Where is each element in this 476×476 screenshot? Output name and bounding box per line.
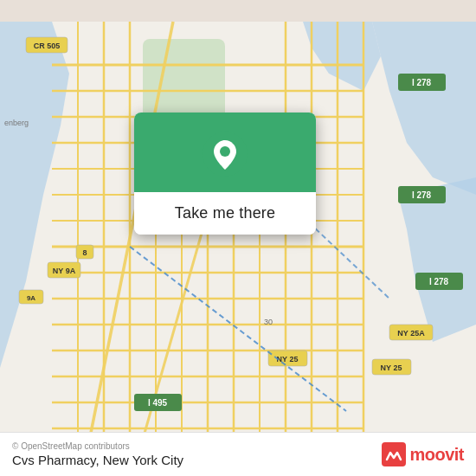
svg-text:NY 9A: NY 9A xyxy=(53,267,76,275)
svg-text:CR 505: CR 505 xyxy=(34,42,61,50)
svg-text:I 278: I 278 xyxy=(412,78,432,87)
location-card: Take me there xyxy=(134,113,316,235)
svg-text:I 495: I 495 xyxy=(148,398,168,408)
svg-text:30: 30 xyxy=(264,318,273,326)
bottom-bar: © OpenStreetMap contributors Cvs Pharmac… xyxy=(0,432,476,476)
svg-text:9A: 9A xyxy=(27,294,35,302)
svg-text:I 278: I 278 xyxy=(429,277,449,286)
svg-text:NY 25: NY 25 xyxy=(277,355,299,363)
location-pin-icon xyxy=(203,132,248,177)
moovit-text: moovit xyxy=(409,445,464,465)
osm-credit: © OpenStreetMap contributors xyxy=(12,441,183,451)
place-name: Cvs Pharmacy, New York City xyxy=(12,453,183,467)
card-green-area xyxy=(134,113,316,192)
svg-text:NY 25: NY 25 xyxy=(381,363,402,372)
moovit-m-icon xyxy=(382,442,406,466)
svg-point-65 xyxy=(220,146,230,157)
bottom-left: © OpenStreetMap contributors Cvs Pharmac… xyxy=(12,441,183,467)
map-svg: I 278 I 278 I 278 I 495 NY 25 NY 25 NY 2… xyxy=(0,0,476,476)
svg-text:8: 8 xyxy=(82,248,87,257)
take-me-there-button[interactable]: Take me there xyxy=(134,192,316,235)
svg-text:enberg: enberg xyxy=(4,119,29,127)
svg-rect-66 xyxy=(382,442,406,466)
svg-text:I 278: I 278 xyxy=(412,190,432,200)
svg-text:NY 25A: NY 25A xyxy=(397,329,425,338)
moovit-logo: moovit xyxy=(382,442,464,466)
map-container: I 278 I 278 I 278 I 495 NY 25 NY 25 NY 2… xyxy=(0,0,476,476)
